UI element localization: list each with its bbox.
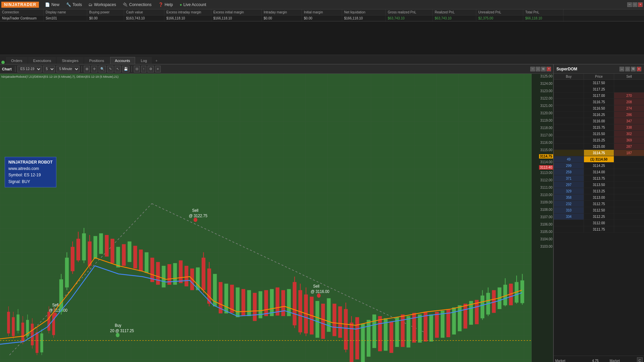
dom-sell-3114-00[interactable] [614, 169, 644, 175]
tab-executions[interactable]: Executions [28, 57, 56, 64]
tab-accounts[interactable]: Accounts [110, 57, 135, 64]
dom-sell-3117-25[interactable] [614, 86, 644, 92]
dom-sell-3115-00[interactable]: 287 [614, 143, 644, 149]
tab-orders[interactable]: Orders [6, 57, 28, 64]
close-btn[interactable]: ✕ [638, 2, 643, 7]
dom-buy-3115-25[interactable] [554, 137, 584, 143]
dom-price-3117-25[interactable]: 3117.25 [584, 86, 614, 92]
menu-connections[interactable]: 🔌 Connections [119, 1, 155, 8]
dom-buy-3116-75[interactable] [554, 99, 584, 105]
dom-buy-3116-50[interactable] [554, 105, 584, 111]
dom-price-3113-75[interactable]: 3113.75 [584, 175, 614, 181]
dom-sell-current[interactable] [614, 156, 644, 162]
dom-sell-3113-75[interactable] [614, 175, 644, 181]
dom-buy-3113-50[interactable]: 297 [554, 182, 584, 188]
dom-sell-3116-50[interactable]: 274 [614, 105, 644, 111]
dom-buy-3114-75[interactable] [554, 150, 584, 156]
dom-buy-3112-00[interactable] [554, 220, 584, 226]
dom-price-3117-00[interactable]: 3117.00 [584, 93, 614, 99]
dom-price-3113-50[interactable]: 3113.50 [584, 182, 614, 188]
dom-price-3117-50[interactable]: 3117.50 [584, 80, 614, 86]
dom-sell-3115-75[interactable]: 338 [614, 124, 644, 130]
dom-buy-3117-00[interactable] [554, 93, 584, 99]
dom-price-3115-50[interactable]: 3115.50 [584, 131, 614, 137]
chart-close-btn[interactable]: ✕ [546, 67, 551, 71]
dom-price-3112-75[interactable]: 3112.75 [584, 201, 614, 207]
superdom-restore[interactable]: ⧉ [631, 67, 636, 71]
dom-sell-3113-25[interactable] [614, 188, 644, 194]
dom-buy-3113-75[interactable]: 371 [554, 175, 584, 181]
superdom-max[interactable]: □ [625, 67, 630, 71]
instrument-select[interactable]: ES 12-19 [17, 66, 42, 72]
menu-live-account[interactable]: ● Live Account [176, 1, 209, 8]
chart-btn-5[interactable]: ⊟ [134, 66, 140, 72]
dom-buy-3111-75[interactable] [554, 226, 584, 232]
dom-sell-3112-25[interactable] [614, 214, 644, 220]
dom-price-3112-50[interactable]: 3112.50 [584, 207, 614, 213]
tab-positions[interactable]: Positions [84, 57, 109, 64]
dom-price-3113-00[interactable]: 3113.00 [584, 194, 614, 200]
dom-buy-3117-25[interactable] [554, 86, 584, 92]
dom-price-3112-25[interactable]: 3112.25 [584, 214, 614, 220]
dom-buy-3115-00[interactable] [554, 143, 584, 149]
dom-price-3116-00[interactable]: 3116.00 [584, 118, 614, 124]
chart-btn-6[interactable]: ↑ [141, 66, 146, 72]
dom-sell-3117-50[interactable] [614, 80, 644, 86]
tab-add-btn[interactable]: + [153, 57, 160, 64]
dom-buy-3113-00[interactable]: 358 [554, 194, 584, 200]
menu-workspaces[interactable]: 🗂 Workspaces [85, 1, 119, 8]
superdom-close[interactable]: ✕ [637, 67, 641, 71]
dom-sell-3115-50[interactable]: 302 [614, 131, 644, 137]
dom-sell-3117-00[interactable]: 270 [614, 93, 644, 99]
superdom-min[interactable]: ─ [620, 67, 624, 71]
dom-price-3115-75[interactable]: 3115.75 [584, 124, 614, 130]
dom-price-3114-75[interactable]: 3114.75 [584, 150, 614, 156]
chart-canvas[interactable]: Sell @ 3116.00 Buy 20 @ 3117.25 [0, 74, 531, 362]
chart-btn-draw[interactable]: ✎ [107, 66, 113, 72]
dom-price-3115-25[interactable]: 3115.25 [584, 137, 614, 143]
minimize-btn[interactable]: ─ [627, 2, 632, 7]
dom-sell-3113-00[interactable] [614, 194, 644, 200]
dom-buy-3112-75[interactable]: 232 [554, 201, 584, 207]
dom-buy-3114-00[interactable]: 259 [554, 169, 584, 175]
dom-price-3114-25[interactable]: 3114.25 [584, 163, 614, 169]
chart-btn-7[interactable]: ⚙ [148, 66, 154, 72]
dom-buy-3117-50[interactable] [554, 80, 584, 86]
menu-new[interactable]: 📄 New [42, 1, 63, 8]
dom-buy-3116-00[interactable] [554, 118, 584, 124]
timeframe-select[interactable]: 5 Minute [56, 66, 79, 72]
dom-sell-3112-75[interactable] [614, 201, 644, 207]
dom-buy-3112-25[interactable]: 334 [554, 214, 584, 220]
dom-sell-3112-00[interactable] [614, 220, 644, 226]
dom-sell-3114-75[interactable]: 187 [614, 150, 644, 156]
chart-btn-8[interactable]: ≡ [155, 66, 161, 72]
maximize-btn[interactable]: □ [633, 2, 637, 7]
dom-sell-3115-25[interactable]: 369 [614, 137, 644, 143]
dom-buy-3116-25[interactable] [554, 112, 584, 118]
dom-sell-3116-00[interactable]: 347 [614, 118, 644, 124]
dom-price-3111-75[interactable]: 3111.75 [584, 226, 614, 232]
dom-price-3112-00[interactable]: 3112.00 [584, 220, 614, 226]
dom-sell-3113-50[interactable] [614, 182, 644, 188]
qty-select[interactable]: 5 [43, 66, 55, 72]
market-c-btn[interactable]: C [637, 357, 643, 362]
dom-price-current[interactable]: (1) 3114.50 [584, 156, 614, 162]
dom-buy-3113-25[interactable]: 329 [554, 188, 584, 194]
tab-strategies[interactable]: Strategies [57, 57, 84, 64]
dom-buy-current[interactable]: 49 [554, 156, 584, 162]
dom-buy-3114-25[interactable]: 299 [554, 163, 584, 169]
chart-btn-save[interactable]: 💾 [122, 66, 129, 72]
menu-help[interactable]: ❓ Help [155, 1, 176, 8]
tab-log[interactable]: Log [136, 57, 152, 64]
chart-min-btn[interactable]: ─ [530, 67, 535, 71]
dom-price-3115-00[interactable]: 3115.00 [584, 143, 614, 149]
menu-tools[interactable]: 🔧 Tools [63, 1, 85, 8]
chart-max-btn[interactable]: □ [536, 67, 540, 71]
dom-sell-3116-25[interactable]: 286 [614, 112, 644, 118]
dom-price-3113-25[interactable]: 3113.25 [584, 188, 614, 194]
chart-btn-crosshair[interactable]: ✛ [91, 66, 97, 72]
dom-buy-3115-75[interactable] [554, 124, 584, 130]
chart-restore-btn[interactable]: ⧉ [541, 67, 546, 71]
dom-buy-3115-50[interactable] [554, 131, 584, 137]
dom-price-3116-75[interactable]: 3116.75 [584, 99, 614, 105]
